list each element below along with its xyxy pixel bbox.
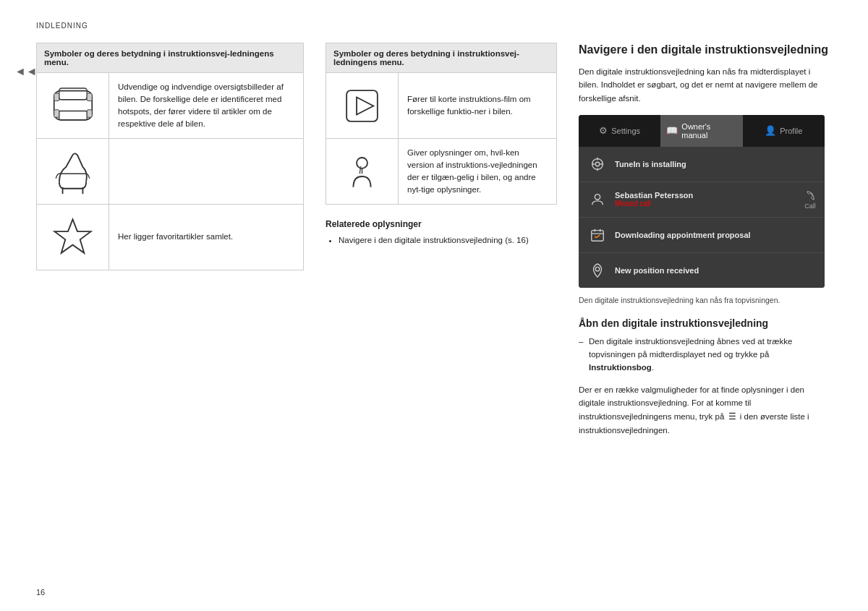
desc-cell-star: Her ligger favoritartikler samlet. bbox=[109, 205, 303, 270]
list-item: Den digitale instruktionsvejledning åbne… bbox=[579, 335, 832, 375]
table-row: i Giver oplysninger om, hvil-ken version… bbox=[326, 139, 556, 204]
symbol-cell-play bbox=[326, 73, 399, 138]
list-item-text: Den digitale instruktionsvejledning åbne… bbox=[589, 337, 792, 372]
section-title-2: Åbn den digitale instruktionsvejledning bbox=[579, 317, 832, 329]
sebastian-title: Sebastian Petersson bbox=[615, 191, 797, 200]
tune-icon bbox=[587, 154, 608, 174]
position-title: New position received bbox=[615, 266, 816, 275]
person-icon: 👤 bbox=[765, 125, 776, 136]
tunein-text: TuneIn is installing bbox=[615, 160, 816, 168]
svg-rect-7 bbox=[54, 110, 59, 118]
tab-settings[interactable]: ⚙ Settings bbox=[579, 115, 660, 147]
tab-owners-manual-label: Owner's manual bbox=[681, 122, 736, 140]
svg-point-26 bbox=[595, 267, 600, 271]
section-text-2: Der er en række valgmuligheder for at fi… bbox=[579, 383, 832, 437]
tab-profile-label: Profile bbox=[780, 127, 802, 135]
desc-cell-info: Giver oplysninger om, hvil-ken version a… bbox=[399, 139, 556, 204]
right-column: Navigere i den digitale instruktionsvejl… bbox=[579, 43, 832, 447]
middle-table-header: Symboler og deres betydning i instruktio… bbox=[326, 43, 556, 73]
desc-cell-play: Fører til korte instruktions-film om for… bbox=[399, 73, 556, 138]
appointment-title: Downloading appointment proposal bbox=[615, 231, 816, 239]
section-title-1: Navigere i den digitale instruktionsvejl… bbox=[579, 43, 832, 58]
svg-rect-0 bbox=[54, 91, 92, 120]
contact-icon bbox=[587, 189, 608, 210]
symbol-cell-seat bbox=[37, 139, 109, 204]
tab-settings-label: Settings bbox=[611, 127, 640, 135]
position-text: New position received bbox=[615, 266, 816, 275]
svg-marker-11 bbox=[357, 97, 373, 114]
book-icon: 📖 bbox=[666, 125, 678, 136]
svg-rect-2 bbox=[59, 111, 87, 120]
open-instructions-list: Den digitale instruktionsvejledning åbne… bbox=[579, 335, 832, 375]
calendar-icon bbox=[587, 225, 608, 245]
middle-column: Symboler og deres betydning i instruktio… bbox=[326, 43, 557, 447]
ui-caption: Den digitale instruktionsvejledning kan … bbox=[579, 295, 825, 306]
left-symbol-table: Symboler og deres betydning i instruktio… bbox=[36, 43, 304, 270]
svg-rect-6 bbox=[87, 93, 92, 101]
section-text-1: Den digitale instruktionsvejledning kan … bbox=[579, 65, 832, 105]
svg-point-16 bbox=[595, 162, 600, 166]
page-header: INDLEDNING bbox=[36, 22, 832, 30]
sebastian-sub: Missed call bbox=[615, 200, 797, 208]
svg-point-21 bbox=[595, 195, 600, 200]
desc-cell-car: Udvendige og indvendige oversigtsbillede… bbox=[109, 73, 303, 138]
table-row: Her ligger favoritartikler samlet. bbox=[37, 205, 303, 270]
svg-rect-22 bbox=[592, 231, 604, 242]
bold-text: Instruktionsbog bbox=[589, 363, 652, 372]
left-column: Symboler og deres betydning i instruktio… bbox=[36, 43, 304, 447]
car-ui-mockup: ⚙ Settings 📖 Owner's manual 👤 Profile bbox=[579, 115, 825, 288]
symbol-cell-info: i bbox=[326, 139, 399, 204]
car-ui-rows: TuneIn is installing Sebastian Peter bbox=[579, 147, 825, 288]
svg-marker-9 bbox=[54, 219, 90, 252]
table-row: Udvendige og indvendige oversigtsbillede… bbox=[37, 73, 303, 139]
page-number: 16 bbox=[36, 588, 45, 597]
list-item: Navigere i den digitale instruktionsvejl… bbox=[339, 234, 557, 247]
left-table-header: Symboler og deres betydning i instruktio… bbox=[37, 43, 303, 73]
car-ui-row-tunein: TuneIn is installing bbox=[579, 147, 825, 182]
gear-icon: ⚙ bbox=[599, 125, 608, 136]
desc-cell-seat bbox=[109, 139, 303, 204]
location-icon bbox=[587, 260, 608, 281]
svg-rect-5 bbox=[54, 93, 59, 101]
back-arrow: ◄◄ bbox=[14, 65, 38, 78]
table-row bbox=[37, 139, 303, 205]
table-row: Fører til korte instruktions-film om for… bbox=[326, 73, 556, 139]
related-list: Navigere i den digitale instruktionsvejl… bbox=[326, 234, 557, 247]
tunein-title: TuneIn is installing bbox=[615, 160, 816, 168]
middle-symbol-table: Symboler og deres betydning i instruktio… bbox=[326, 43, 557, 205]
call-action[interactable]: Call bbox=[804, 189, 816, 210]
appointment-text: Downloading appointment proposal bbox=[615, 231, 816, 239]
tab-owners-manual[interactable]: 📖 Owner's manual bbox=[660, 115, 742, 147]
related-title: Relaterede oplysninger bbox=[326, 219, 557, 229]
symbol-cell-star bbox=[37, 205, 109, 270]
svg-rect-8 bbox=[87, 110, 92, 118]
hamburger-icon: ☰ bbox=[728, 410, 736, 423]
car-ui-row-appointment: Downloading appointment proposal bbox=[579, 218, 825, 253]
sebastian-text: Sebastian Petersson Missed call bbox=[615, 191, 797, 208]
call-label: Call bbox=[804, 202, 816, 210]
car-ui-row-position: New position received bbox=[579, 253, 825, 288]
car-ui-row-sebastian: Sebastian Petersson Missed call Call bbox=[579, 182, 825, 218]
related-section: Relaterede oplysninger Navigere i den di… bbox=[326, 219, 557, 247]
car-ui-tabs: ⚙ Settings 📖 Owner's manual 👤 Profile bbox=[579, 115, 825, 147]
tab-profile[interactable]: 👤 Profile bbox=[743, 115, 825, 147]
svg-rect-1 bbox=[59, 88, 87, 100]
svg-text:i: i bbox=[359, 164, 362, 176]
symbol-cell-car bbox=[37, 73, 109, 138]
